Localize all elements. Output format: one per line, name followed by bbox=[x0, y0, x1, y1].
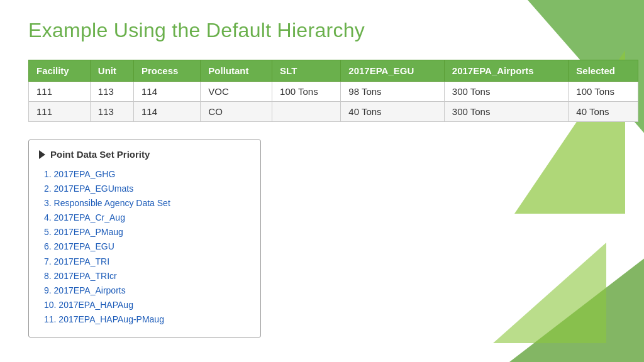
table-cell: 113 bbox=[90, 82, 133, 102]
table-header-row: FacilityUnitProcessPollutantSLT2017EPA_E… bbox=[29, 60, 638, 82]
table-row: 111113114CO40 Tons300 Tons40 Tons bbox=[29, 102, 638, 122]
table-header-facility: Facility bbox=[29, 60, 91, 82]
table-header-slt: SLT bbox=[272, 60, 341, 82]
table-header-unit: Unit bbox=[90, 60, 133, 82]
table-cell: 98 Tons bbox=[341, 82, 445, 102]
data-table: FacilityUnitProcessPollutantSLT2017EPA_E… bbox=[28, 60, 638, 122]
table-cell: 111 bbox=[29, 82, 91, 102]
table-cell: VOC bbox=[201, 82, 272, 102]
table-cell: 114 bbox=[133, 82, 200, 102]
list-item: 11. 2017EPA_HAPAug-PMaug bbox=[44, 312, 248, 327]
table-row: 111113114VOC100 Tons98 Tons300 Tons100 T… bbox=[29, 82, 638, 102]
list-item: 10. 2017EPA_HAPAug bbox=[44, 298, 248, 312]
table-cell bbox=[272, 102, 341, 122]
table-cell: 100 Tons bbox=[569, 82, 638, 102]
table-cell: CO bbox=[201, 102, 272, 122]
list-item: 5. 2017EPA_PMaug bbox=[44, 225, 248, 239]
priority-title: Point Data Set Priority bbox=[50, 149, 150, 160]
priority-list: 1. 2017EPA_GHG2. 2017EPA_EGUmats3. Respo… bbox=[39, 167, 248, 327]
table-header-selected: Selected bbox=[569, 60, 638, 82]
page-title: Example Using the Default Hierarchy bbox=[28, 19, 616, 42]
table-cell: 300 Tons bbox=[444, 102, 568, 122]
list-item: 7. 2017EPA_TRI bbox=[44, 255, 248, 269]
table-cell: 300 Tons bbox=[444, 82, 568, 102]
table-cell: 100 Tons bbox=[272, 82, 341, 102]
table-cell: 114 bbox=[133, 102, 200, 122]
table-cell: 40 Tons bbox=[341, 102, 445, 122]
table-cell: 113 bbox=[90, 102, 133, 122]
table-header-2017epa-egu: 2017EPA_EGU bbox=[341, 60, 445, 82]
list-item: 1. 2017EPA_GHG bbox=[44, 167, 248, 182]
list-item: 9. 2017EPA_Airports bbox=[44, 283, 248, 298]
list-item: 4. 2017EPA_Cr_Aug bbox=[44, 211, 248, 225]
list-item: 2. 2017EPA_EGUmats bbox=[44, 182, 248, 196]
table-header-process: Process bbox=[133, 60, 200, 82]
table-header-pollutant: Pollutant bbox=[201, 60, 272, 82]
priority-header: Point Data Set Priority bbox=[39, 149, 248, 160]
list-item: 8. 2017EPA_TRIcr bbox=[44, 269, 248, 283]
table-cell: 40 Tons bbox=[569, 102, 638, 122]
triangle-icon bbox=[39, 150, 45, 159]
table-cell: 111 bbox=[29, 102, 91, 122]
table-header-2017epa-airports: 2017EPA_Airports bbox=[444, 60, 568, 82]
list-item: 3. Responsible Agency Data Set bbox=[44, 196, 248, 211]
priority-box: Point Data Set Priority 1. 2017EPA_GHG2.… bbox=[28, 140, 261, 337]
list-item: 6. 2017EPA_EGU bbox=[44, 239, 248, 254]
